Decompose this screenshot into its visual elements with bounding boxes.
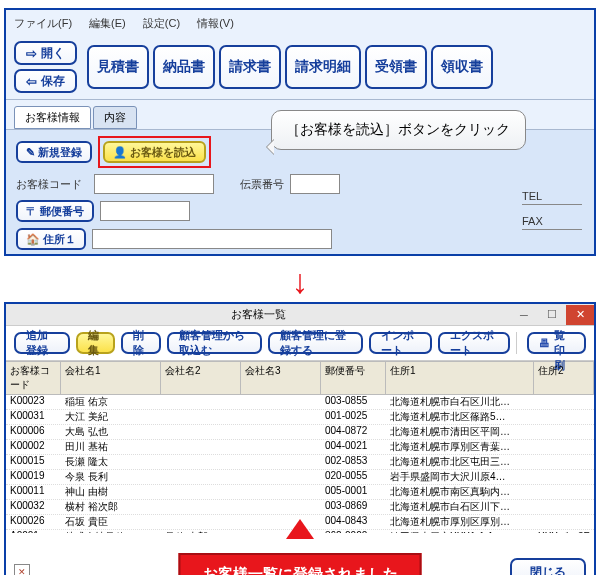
code-input[interactable]	[94, 174, 214, 194]
success-banner: お客様一覧に登録されました	[179, 553, 422, 575]
house-icon: 🏠	[26, 233, 40, 246]
tel-label: TEL	[522, 190, 582, 205]
clear-icon[interactable]: ✕	[14, 564, 30, 575]
doc-button[interactable]: 受領書	[365, 45, 427, 89]
code-label: お客様コード	[16, 177, 88, 192]
doc-button[interactable]: 納品書	[153, 45, 215, 89]
window-close-button[interactable]: ✕	[566, 305, 594, 325]
down-arrow-icon: ↓	[0, 264, 600, 298]
doc-button[interactable]: 請求書	[219, 45, 281, 89]
maximize-button[interactable]: ☐	[538, 305, 566, 325]
doc-button[interactable]: 請求明細	[285, 45, 361, 89]
postal-icon: 〒	[26, 204, 37, 219]
postal-input[interactable]	[100, 201, 190, 221]
new-register-button[interactable]: ✎新規登録	[16, 141, 92, 163]
save-icon: ⇦	[26, 74, 37, 89]
open-icon: ⇨	[26, 46, 37, 61]
highlight-box: 👤お客様を読込	[98, 136, 211, 168]
pencil-icon: ✎	[26, 146, 35, 159]
printer-icon: 🖶	[539, 337, 550, 349]
speech-bubble: ［お客様を読込］ボタンをクリック	[271, 110, 526, 150]
close-button[interactable]: 閉じる	[510, 558, 586, 576]
delete-button[interactable]: 削除	[121, 332, 161, 354]
print-list-button[interactable]: 🖶一覧印刷	[527, 332, 586, 354]
save-button[interactable]: ⇦保存	[14, 69, 77, 93]
open-button[interactable]: ⇨開く	[14, 41, 77, 65]
tab-customer-info[interactable]: お客様情報	[14, 106, 91, 129]
addr1-input[interactable]	[92, 229, 332, 249]
table-row[interactable]: K00002田川 基祐004-0021北海道札幌市厚別区青葉…	[6, 440, 594, 455]
addr1-button[interactable]: 🏠住所１	[16, 228, 86, 250]
table-row[interactable]: K00015長瀬 隆太002-0853北海道札幌市北区屯田三…	[6, 455, 594, 470]
edit-button[interactable]: 編集	[76, 332, 116, 354]
table-row[interactable]: K00011神山 由樹005-0001北海道札幌市南区真駒内…	[6, 485, 594, 500]
doc-button[interactable]: 領収書	[431, 45, 493, 89]
load-customer-button[interactable]: 👤お客様を読込	[103, 141, 206, 163]
export-button[interactable]: エクスポート	[438, 332, 509, 354]
menu-settings[interactable]: 設定(C)	[143, 17, 180, 29]
grid-header: お客様コード 会社名1 会社名2 会社名3 郵便番号 住所1 住所2	[6, 361, 594, 395]
table-row[interactable]: K00032横村 裕次郎003-0869北海道札幌市白石区川下…	[6, 500, 594, 515]
menu-edit[interactable]: 編集(E)	[89, 17, 126, 29]
table-row[interactable]: K00023稲垣 佑京003-0855北海道札幌市白石区川北…	[6, 395, 594, 410]
import-button[interactable]: インポート	[369, 332, 432, 354]
minimize-button[interactable]: ─	[510, 305, 538, 325]
window-title: お客様一覧	[6, 307, 510, 322]
import-from-crm-button[interactable]: 顧客管理から取込む	[167, 332, 262, 354]
add-button[interactable]: 追加登録	[14, 332, 70, 354]
postal-button[interactable]: 〒郵便番号	[16, 200, 94, 222]
person-icon: 👤	[113, 146, 127, 159]
banner-pointer	[286, 519, 314, 539]
doc-button[interactable]: 見積書	[87, 45, 149, 89]
menu-file[interactable]: ファイル(F)	[14, 17, 72, 29]
tab-content[interactable]: 内容	[93, 106, 137, 129]
table-row[interactable]: K00031大江 美紀001-0025北海道札幌市北区篠路5…	[6, 410, 594, 425]
table-row[interactable]: K00019今泉 長利020-0055岩手県盛岡市大沢川原4…	[6, 470, 594, 485]
table-row[interactable]: K00006大島 弘也004-0872北海道札幌市清田区平岡…	[6, 425, 594, 440]
slip-label: 伝票番号	[240, 177, 284, 192]
fax-label: FAX	[522, 215, 582, 230]
export-to-crm-button[interactable]: 顧客管理に登録する	[268, 332, 363, 354]
menu-info[interactable]: 情報(V)	[197, 17, 234, 29]
slip-input[interactable]	[290, 174, 340, 194]
